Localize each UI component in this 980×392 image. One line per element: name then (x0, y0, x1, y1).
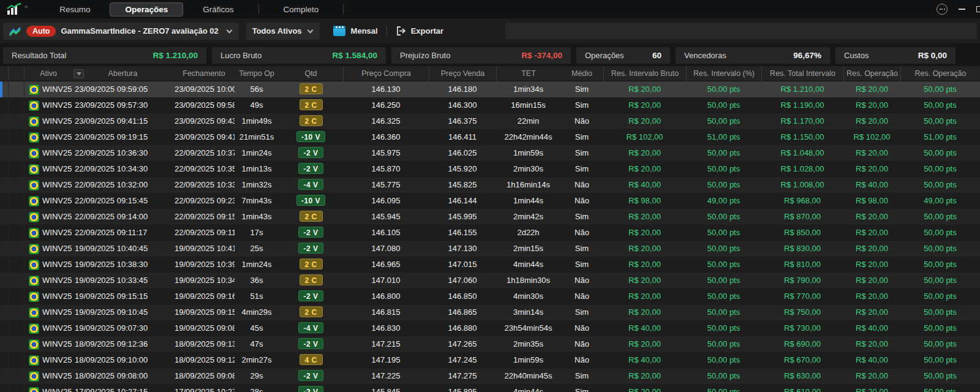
res-operacao-cell: R$ 20,00 (843, 368, 900, 384)
table-row[interactable]: WINV2522/09/2025 09:15:4522/09/2025 09:2… (0, 193, 980, 209)
table-row[interactable]: WINV2518/09/2025 09:12:3618/09/2025 09:1… (0, 336, 980, 352)
tempo-op-cell: 1min13s (235, 161, 279, 177)
fechamento-cell: 23/09/2025 09:41 (173, 129, 235, 145)
asset-symbol: WINV25 (42, 161, 72, 177)
table-row[interactable]: WINV2519/09/2025 10:40:4519/09/2025 10:4… (0, 241, 980, 257)
table-row[interactable]: WINV2523/09/2025 09:41:1523/09/2025 09:4… (0, 113, 980, 129)
maximize-icon[interactable] (976, 6, 980, 12)
table-row[interactable]: WINV2519/09/2025 09:15:1519/09/2025 09:1… (0, 288, 980, 304)
preco-venda-cell: 146.411 (429, 129, 496, 145)
ativo-filter-icon[interactable] (74, 69, 84, 78)
medio-cell: Sim (560, 129, 603, 145)
minimize-icon[interactable] (959, 9, 965, 10)
row-gutter (9, 209, 24, 225)
period-selector[interactable]: Mensal (333, 26, 378, 36)
col-res-intervalo-pct[interactable]: Res. Intervalo (%) (686, 66, 761, 81)
col-fechamento[interactable]: Fechamento (173, 66, 235, 81)
res-total-intervalo-cell: R$ 968,00 (761, 193, 843, 209)
fechamento-cell: 22/09/2025 10:33 (173, 177, 235, 193)
row-gutter (9, 288, 24, 304)
fechamento-cell: 19/09/2025 10:41 (173, 241, 235, 257)
res-intervalo-bruto-cell: R$ 102,00 (603, 129, 686, 145)
more-options-icon[interactable] (937, 4, 948, 15)
res-intervalo-pct-cell: 50,00 pts (686, 113, 761, 129)
preco-compra-cell: 145.945 (343, 209, 429, 225)
table-row[interactable]: WINV2517/09/2025 10:27:1517/09/2025 10:2… (0, 384, 980, 392)
table-row[interactable]: WINV2522/09/2025 10:32:0022/09/2025 10:3… (0, 177, 980, 193)
preco-compra-cell: 146.965 (343, 257, 429, 273)
table-row[interactable]: WINV2523/09/2025 09:57:3023/09/2025 09:5… (0, 97, 980, 113)
col-tet[interactable]: TET (496, 66, 560, 81)
preco-venda-cell: 146.375 (429, 113, 496, 129)
table-row[interactable]: WINV2522/09/2025 09:14:0022/09/2025 09:1… (0, 209, 980, 225)
row-gutter (0, 384, 9, 392)
asset-symbol: WINV25 (42, 320, 72, 336)
res-intervalo-pct-cell: 50,00 pts (686, 161, 761, 177)
tab-resumo[interactable]: Resumo (45, 3, 105, 16)
table-row[interactable]: WINV2519/09/2025 09:10:4519/09/2025 09:1… (0, 304, 980, 320)
asset-symbol: WINV25 (42, 225, 72, 241)
res-operacao-cell: R$ 40,00 (843, 352, 900, 368)
res-intervalo-bruto-cell: R$ 20,00 (603, 368, 686, 384)
tab-operacoes[interactable]: Operações (110, 2, 183, 17)
res-operacao-cell: R$ 102,00 (843, 129, 900, 145)
export-button[interactable]: Exportar (396, 26, 443, 36)
res-operacao-pts-cell: 50,00 pts (900, 97, 980, 113)
row-gutter (0, 273, 9, 288)
col-res-operacao[interactable]: Res. Operação (843, 66, 900, 81)
asset-symbol: WINV25 (42, 97, 72, 113)
chevron-down-icon (307, 27, 313, 33)
table-row[interactable]: WINV2519/09/2025 10:38:3019/09/2025 10:3… (0, 257, 980, 273)
col-medio[interactable]: Médio (560, 66, 603, 81)
asset-filter-dropdown[interactable]: Todos Ativos (246, 23, 320, 40)
brazil-flag-icon (29, 244, 39, 254)
col-res-intervalo-bruto[interactable]: Res. Intervalo Bruto (603, 66, 686, 81)
table-row[interactable]: WINV2522/09/2025 10:34:3022/09/2025 10:3… (0, 161, 980, 177)
tet-cell: 2min30s (496, 161, 560, 177)
col-res-operacao-pts[interactable]: Res. Operação (900, 66, 980, 81)
table-row[interactable]: WINV2519/09/2025 09:07:3019/09/2025 09:0… (0, 320, 980, 336)
fechamento-cell: 19/09/2025 09:15 (173, 304, 235, 320)
table-row[interactable]: WINV2518/09/2025 09:10:0018/09/2025 09:1… (0, 352, 980, 368)
medio-cell: Sim (560, 384, 603, 392)
asset-symbol: WINV25 (42, 352, 72, 368)
res-operacao-cell: R$ 20,00 (843, 241, 900, 257)
fechamento-cell: 22/09/2025 10:35 (173, 161, 235, 177)
stat-label: Prejuízo Bruto (400, 51, 450, 60)
res-operacao-pts-cell: 50,00 pts (900, 320, 980, 336)
table-row[interactable]: WINV2519/09/2025 10:33:4519/09/2025 10:3… (0, 273, 980, 288)
preco-compra-cell: 146.130 (343, 81, 429, 97)
row-gutter (0, 288, 9, 304)
col-abertura[interactable]: Abertura (72, 66, 173, 81)
row-gutter (0, 193, 9, 209)
asset-cell: WINV25 (24, 241, 72, 257)
col-preco-compra[interactable]: Preço Compra (343, 66, 429, 81)
qty-side-badge: 4 C (300, 354, 323, 365)
preco-venda-cell: 145.825 (429, 177, 496, 193)
asset-symbol: WINV25 (42, 177, 72, 193)
strategy-dropdown[interactable]: Auto GammaSmartIndice - ZERO7 avaliação … (3, 23, 239, 40)
col-res-total-intervalo[interactable]: Res. Total Intervalo (761, 66, 843, 81)
asset-cell: WINV25 (24, 288, 72, 304)
col-ativo[interactable]: Ativo (24, 66, 72, 81)
table-row[interactable]: WINV2523/09/2025 09:19:1523/09/2025 09:4… (0, 129, 980, 145)
asset-symbol: WINV25 (42, 273, 72, 288)
res-operacao-pts-cell: 50,00 pts (900, 177, 980, 193)
table-row[interactable]: WINV2522/09/2025 10:36:3022/09/2025 10:3… (0, 145, 980, 161)
table-row[interactable]: WINV2518/09/2025 09:08:0018/09/2025 09:0… (0, 368, 980, 384)
col-preco-venda[interactable]: Preço Venda (429, 66, 496, 81)
tab-graficos[interactable]: Gráficos (188, 3, 248, 16)
row-gutter (9, 304, 24, 320)
tempo-op-cell: 28s (235, 384, 279, 392)
table-row[interactable]: WINV2522/09/2025 09:11:1722/09/2025 09:1… (0, 225, 980, 241)
app-logo-icon[interactable]: ^ (6, 3, 28, 15)
res-total-intervalo-cell: R$ 690,00 (761, 336, 843, 352)
tab-completo[interactable]: Completo (269, 3, 334, 16)
col-qtd[interactable]: Qtd (279, 66, 343, 81)
tempo-op-cell: 4min29s (235, 304, 279, 320)
table-row[interactable]: WINV2523/09/2025 09:59:0523/09/2025 10:0… (0, 81, 980, 97)
brazil-flag-icon (29, 148, 39, 159)
res-total-intervalo-cell: R$ 1.028,00 (761, 161, 843, 177)
col-tempo-op[interactable]: Tempo Op (235, 66, 279, 81)
asset-cell: WINV25 (24, 81, 72, 97)
